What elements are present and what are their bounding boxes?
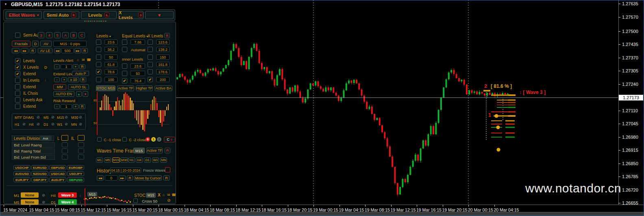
history-back-button[interactable]: ◀◀ — [97, 175, 104, 181]
buy-arrow-button[interactable]: ▲ — [76, 91, 82, 97]
mtf-tf-m1[interactable]: M1 — [29, 116, 34, 120]
mtf-disable-icon[interactable]: ⊘ — [79, 122, 82, 126]
symbol-button-eurgbp-03[interactable]: EURGBP — [67, 165, 84, 170]
mtf-disable-icon[interactable]: ⊘ — [65, 122, 68, 126]
step-back-button[interactable]: ◀◀ — [12, 48, 20, 53]
checkbox-in-levels-3[interactable] — [15, 78, 20, 83]
x-levels-checkbox-123-6[interactable] — [148, 39, 153, 45]
mm-button[interactable]: MM — [53, 84, 66, 90]
wave-level-line[interactable] — [491, 111, 508, 112]
symbol-button-usdchf-00[interactable]: USDCHF — [13, 165, 30, 170]
rr-reset-button[interactable]: R — [79, 104, 85, 109]
inner-value-76-4[interactable]: 76.4 — [131, 78, 145, 83]
x10-button[interactable]: x 10 — [68, 77, 79, 82]
x-levels-button[interactable]: X Levels D — [118, 11, 144, 19]
inner-checkbox-50[interactable] — [122, 71, 127, 76]
x-levels-value-123-6[interactable]: 123.6 — [156, 39, 170, 45]
levels-checkbox-100[interactable] — [96, 77, 101, 82]
wave-level-line[interactable] — [497, 105, 508, 105]
mtf-disable-icon[interactable]: ⊘ — [51, 122, 54, 126]
levels-value-78-6[interactable]: 78.6 — [104, 69, 117, 74]
waves-tf-button-m5[interactable]: M5 — [104, 157, 111, 163]
x-levels-value-161-8[interactable]: 161.8 — [156, 62, 170, 67]
inner-value-50[interactable]: 50 — [131, 71, 145, 76]
bottom-wave-button-wave-3[interactable]: Wave 3 — [58, 192, 77, 198]
auto-sl-button[interactable]: AUTO SL — [68, 84, 89, 90]
semi-auto-checkbox[interactable] — [15, 33, 20, 38]
move-reset-button[interactable]: R — [163, 175, 170, 181]
reset-button[interactable]: R — [30, 48, 36, 53]
bid-l-box-1[interactable] — [62, 148, 68, 153]
equal-automat-checkbox[interactable] — [122, 47, 127, 52]
wave-letter-button-c[interactable]: C — [78, 32, 85, 38]
x-levels-value-200[interactable]: 200 — [156, 77, 170, 82]
av-button[interactable]: AV — [40, 41, 52, 47]
step-forward-button[interactable]: ▶▶ — [21, 48, 28, 53]
active-ba-button[interactable]: Active BA — [154, 85, 172, 91]
ask-button[interactable]: Ask — [39, 136, 52, 141]
wave-letter-button-a[interactable]: A — [62, 32, 69, 38]
checkbox-extend-7[interactable] — [15, 104, 20, 109]
mtf-disable-icon[interactable]: ⊘ — [37, 115, 40, 119]
inner-checkbox-76-4[interactable]: ✔ — [122, 78, 127, 83]
waves-tf-button-m15[interactable]: M15 — [112, 157, 120, 163]
bid-il-box-0[interactable] — [78, 142, 84, 147]
stoc-close-icon[interactable]: X — [158, 193, 161, 197]
wave-level-dash[interactable] — [491, 137, 502, 137]
wave-point-dot[interactable] — [496, 126, 500, 129]
badge-0[interactable]: 0 — [146, 137, 150, 142]
x-levels-reset-button[interactable]: R — [164, 33, 170, 38]
x-levels-checkbox-178-6[interactable] — [148, 69, 153, 74]
levels-button[interactable]: Levels IL — [81, 11, 117, 19]
levels-checkbox-38-2[interactable] — [96, 47, 101, 52]
bars-back-button[interactable]: ◀◀ — [54, 48, 61, 53]
waves-tf-button-h4[interactable]: H4 — [136, 157, 143, 163]
checkbox-extend-4[interactable] — [15, 84, 20, 89]
mtf-disable-icon[interactable]: ⊘ — [79, 115, 82, 119]
wave-level-line[interactable] — [497, 102, 508, 103]
inner-checkbox-23-6[interactable] — [122, 63, 127, 69]
x-levels-checkbox-150[interactable] — [148, 55, 153, 60]
move-by-cursor-button[interactable]: Move by Cursor — [134, 175, 162, 181]
sell-arrow-button[interactable]: ▼ — [83, 91, 88, 97]
auto-p-button[interactable]: Auto P — [72, 71, 89, 76]
bottom-state-button-m5[interactable]: None — [21, 199, 39, 205]
wave-level-dash[interactable] — [491, 120, 502, 121]
mtf-disable-icon[interactable]: ⊘ — [65, 115, 68, 119]
c2-close-checkbox[interactable] — [122, 137, 127, 142]
waves-active-tf-button[interactable]: Active TF — [146, 148, 163, 153]
bottom-wave-button-wave-4[interactable]: Wave 4 — [58, 199, 77, 205]
c-mode-button[interactable]: C 0 — [164, 137, 175, 142]
mtf-disable-icon[interactable]: ⊘ — [37, 122, 40, 126]
bottom-disable-icon[interactable]: ⊘ — [42, 200, 45, 204]
checkbox-il-chois-5[interactable] — [15, 91, 20, 96]
wave-letter-button-3[interactable]: 3 — [38, 32, 44, 38]
stoc-email-icon[interactable]: ✉ — [167, 193, 170, 197]
alert-mobile-icon[interactable]: ☎ — [87, 58, 91, 62]
bid-l-box-2[interactable] — [62, 155, 68, 159]
wave-letter-button-5[interactable]: 5 — [54, 32, 61, 38]
alert-minus-button[interactable]: - — [54, 64, 60, 69]
toolbar-dropdown-button[interactable]: ▼ — [145, 11, 174, 19]
extend-reset-button[interactable]: R — [80, 77, 86, 82]
levels-col-header[interactable]: Levels ▾ — [96, 34, 111, 38]
alert-email-icon[interactable]: ✉ — [82, 58, 85, 62]
x-levels-checkbox-138-2[interactable] — [148, 47, 153, 52]
waves-tf-button-d1[interactable]: D1 — [144, 157, 151, 163]
stoc-m15-button[interactable]: STOC M15 — [96, 85, 115, 91]
semi-auto-button[interactable]: Semi Auto R — [44, 11, 79, 19]
x-levels-value-150[interactable]: 150 — [156, 55, 170, 60]
equal-value-7-86[interactable]: 7.86 — [131, 39, 145, 45]
rr-minus-button[interactable]: - — [54, 104, 60, 109]
checkbox-extend-2[interactable]: ✔ — [15, 71, 20, 76]
bars-forward-button[interactable]: ▶▶ — [74, 48, 81, 53]
mtf-tf-mn[interactable]: MN — [71, 122, 77, 127]
badge-1[interactable]: 1 — [151, 137, 156, 142]
stoc-mobile-icon[interactable]: ☎ — [172, 193, 176, 197]
bottom-state-button-m1[interactable]: None — [21, 192, 39, 198]
higher-tf-button[interactable]: Higher TF — [136, 85, 153, 91]
alert-plus-button[interactable]: + — [73, 64, 78, 69]
bid-il-box-1[interactable] — [78, 148, 84, 153]
levels-value-100[interactable]: 100 — [104, 77, 117, 82]
cross-50-disable-icon[interactable]: ⊘ — [167, 198, 170, 203]
